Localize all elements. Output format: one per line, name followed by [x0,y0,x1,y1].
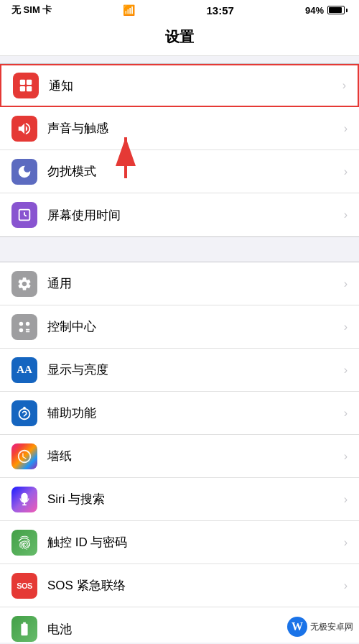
svg-point-10 [26,321,30,326]
sos-icon: SOS [11,573,37,599]
dnd-icon [11,159,37,185]
watermark-text: 无极安卓网 [310,621,353,633]
screentime-icon [11,202,37,228]
sos-label: SOS 紧急联络 [47,577,341,594]
sounds-icon [11,116,37,142]
accessibility-label: 辅助功能 [47,405,341,421]
siri-label: Siri 与搜索 [47,491,341,507]
control-icon [11,314,37,340]
settings-item-sos[interactable]: SOS SOS 紧急联络 › [0,564,359,607]
control-chevron: › [344,321,348,334]
wallpaper-icon [11,443,37,469]
control-label: 控制中心 [47,318,341,335]
notifications-label: 通知 [49,78,340,94]
touchid-icon [11,530,37,556]
settings-gap-1 [0,237,359,262]
clock: 13:57 [207,4,234,17]
display-icon: AA [11,357,37,383]
sim-status: 无 SIM 卡 [11,4,52,17]
screentime-label: 屏幕使用时间 [47,207,341,224]
sounds-chevron: › [344,122,348,135]
sos-chevron: › [344,579,348,592]
settings-scroll: 通知 › 声音与触感 › [0,56,359,643]
svg-rect-4 [20,86,25,91]
display-chevron: › [344,364,348,377]
accessibility-icon [11,400,37,426]
settings-group-1: 通知 › 声音与触感 › [0,56,359,237]
settings-item-sounds[interactable]: 声音与触感 › [0,107,359,150]
settings-item-general[interactable]: 通用 › [0,262,359,305]
settings-item-dnd[interactable]: 勿扰模式 › [0,150,359,193]
svg-rect-5 [27,86,32,91]
group2-inner: 通用 › 控制中心 › [0,262,359,643]
settings-item-display[interactable]: AA 显示与亮度 › [0,349,359,392]
sounds-label: 声音与触感 [47,120,341,137]
siri-chevron: › [344,493,348,506]
battery-settings-icon [11,616,37,642]
settings-item-screentime[interactable]: 屏幕使用时间 › [0,193,359,236]
svg-rect-3 [27,80,32,85]
general-icon [11,271,37,297]
touchid-label: 触控 ID 与密码 [47,534,341,551]
battery-icon [327,6,348,14]
notifications-icon [13,73,39,98]
settings-item-control[interactable]: 控制中心 › [0,305,359,349]
battery-percent: 94% [305,5,324,16]
general-label: 通用 [47,275,341,292]
screentime-chevron: › [344,208,348,221]
watermark: W 无极安卓网 [287,617,353,637]
svg-point-9 [19,321,24,326]
wallpaper-chevron: › [344,450,348,463]
wifi-icon: 📶 [123,4,135,16]
page-title: 设置 [0,27,359,47]
settings-group-2: 通用 › 控制中心 › [0,262,359,643]
battery-area: 94% [305,5,348,16]
display-label: 显示与亮度 [47,362,341,378]
wallpaper-label: 墙纸 [47,448,341,464]
accessibility-chevron: › [344,407,348,420]
settings-item-accessibility[interactable]: 辅助功能 › [0,392,359,435]
svg-point-11 [19,328,24,332]
status-bar: 无 SIM 卡 📶 13:57 94% [0,0,359,20]
touchid-chevron: › [344,536,348,549]
watermark-logo: W [287,617,307,637]
notifications-chevron: › [342,79,346,92]
general-chevron: › [344,277,348,290]
svg-rect-2 [20,80,25,85]
settings-item-touchid[interactable]: 触控 ID 与密码 › [0,521,359,564]
settings-item-notifications[interactable]: 通知 › [0,64,359,107]
group1-inner: 通知 › 声音与触感 › [0,63,359,237]
svg-line-8 [24,215,27,216]
svg-rect-12 [26,328,30,330]
svg-rect-13 [26,331,30,332]
dnd-label: 勿扰模式 [47,163,341,180]
settings-item-wallpaper[interactable]: 墙纸 › [0,435,359,478]
dnd-chevron: › [344,165,348,178]
siri-icon [11,487,37,512]
settings-item-siri[interactable]: Siri 与搜索 › [0,478,359,521]
page-title-bar: 设置 [0,20,359,56]
